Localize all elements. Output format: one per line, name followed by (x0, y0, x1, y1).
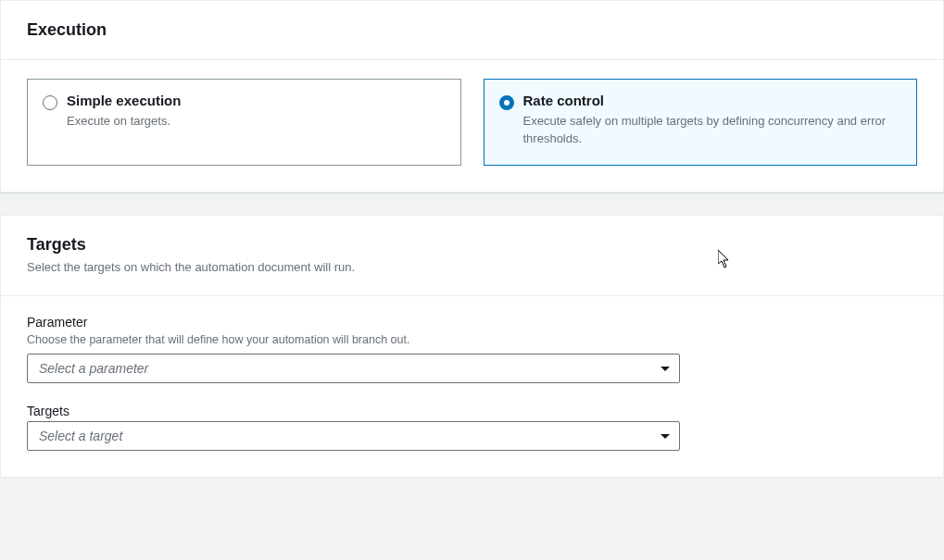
parameter-select[interactable]: Select a parameter (27, 354, 680, 383)
parameter-hint: Choose the parameter that will define ho… (27, 332, 917, 349)
execution-body: Simple execution Execute on targets. Rat… (1, 60, 943, 192)
option-description: Execute safely on multiple targets by de… (523, 113, 902, 148)
execution-option-rate-control[interactable]: Rate control Execute safely on multiple … (484, 79, 918, 166)
targets-field: Targets Select a target (27, 404, 917, 451)
execution-option-simple[interactable]: Simple execution Execute on targets. (27, 79, 461, 166)
execution-panel: Execution Simple execution Execute on ta… (0, 0, 944, 193)
parameter-field: Parameter Choose the parameter that will… (27, 315, 917, 384)
targets-select[interactable]: Select a target (27, 421, 680, 451)
targets-subheading: Select the targets on which the automati… (27, 259, 917, 276)
targets-label: Targets (27, 404, 917, 418)
execution-header: Execution (1, 1, 943, 60)
radio-icon (43, 95, 57, 110)
parameter-label: Parameter (27, 315, 917, 330)
caret-down-icon (661, 434, 670, 439)
option-title: Simple execution (67, 93, 446, 108)
tile-content: Simple execution Execute on targets. (67, 93, 446, 131)
parameter-placeholder: Select a parameter (39, 361, 148, 376)
targets-heading: Targets (27, 234, 917, 255)
option-description: Execute on targets. (67, 113, 446, 131)
caret-down-icon (661, 367, 670, 371)
targets-panel: Targets Select the targets on which the … (0, 215, 944, 478)
radio-icon (499, 95, 514, 110)
execution-heading: Execution (27, 19, 917, 41)
execution-options: Simple execution Execute on targets. Rat… (27, 79, 917, 166)
targets-placeholder: Select a target (39, 429, 122, 443)
tile-content: Rate control Execute safely on multiple … (523, 93, 902, 148)
targets-header: Targets Select the targets on which the … (1, 216, 943, 296)
targets-body: Parameter Choose the parameter that will… (1, 296, 943, 478)
option-title: Rate control (523, 93, 902, 108)
